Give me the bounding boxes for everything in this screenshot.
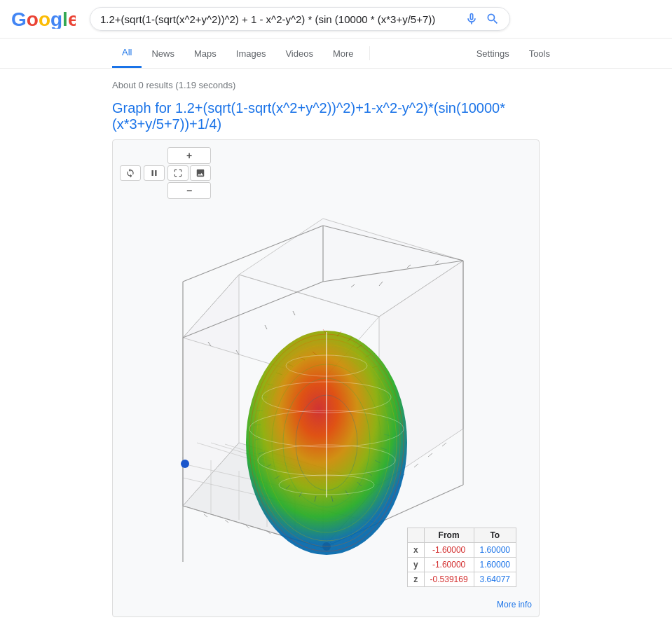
range-row-z: z -0.539169 3.64077 (407, 572, 516, 587)
range-col-label (407, 528, 424, 543)
graph-heading-prefix: Graph for (112, 100, 175, 116)
svg-line-19 (225, 520, 228, 523)
search-bar (90, 7, 510, 31)
zoom-in-button[interactable]: + (167, 147, 211, 164)
nav-item-images[interactable]: Images (226, 40, 276, 67)
search-input[interactable] (100, 13, 465, 25)
graph-controls: + − (120, 147, 532, 199)
range-col-from: From (424, 528, 474, 543)
nav-item-tools[interactable]: Tools (519, 40, 560, 67)
svg-line-28 (414, 464, 418, 467)
graph-container: + − (112, 139, 540, 617)
nav-item-all[interactable]: All (112, 39, 142, 68)
zoom-controls: + − (167, 147, 211, 199)
microphone-button[interactable] (465, 12, 479, 26)
nav-separator (369, 46, 370, 60)
nav-item-more[interactable]: More (323, 40, 364, 67)
svg-text:Google: Google (11, 8, 76, 29)
results-area: About 0 results (1.19 seconds) Graph for… (0, 69, 672, 620)
nav-item-news[interactable]: News (142, 40, 184, 67)
nav-item-settings[interactable]: Settings (467, 40, 519, 67)
result-stats: About 0 results (1.19 seconds) (112, 80, 560, 90)
zoom-out-button[interactable]: − (167, 182, 211, 199)
search-icons (465, 12, 500, 26)
svg-line-18 (204, 514, 207, 517)
rotate-button[interactable] (120, 165, 141, 181)
range-row-y: y -1.60000 1.60000 (407, 558, 516, 572)
pause-button[interactable] (144, 165, 165, 181)
fit-button[interactable] (167, 165, 188, 181)
svg-point-50 (181, 460, 189, 468)
header: Google (0, 0, 672, 39)
nav-item-maps[interactable]: Maps (184, 40, 226, 67)
search-button[interactable] (486, 12, 500, 26)
fit-buttons (167, 165, 211, 181)
graph-canvas[interactable]: From To x -1.60000 1.60000 y -1.60000 1.… (120, 205, 526, 597)
google-logo[interactable]: Google (11, 8, 76, 31)
svg-line-30 (442, 443, 446, 446)
nav-item-videos[interactable]: Videos (275, 40, 323, 67)
range-col-to: To (474, 528, 516, 543)
screenshot-button[interactable] (190, 165, 211, 181)
graph-heading: Graph for 1.2+(sqrt(1-sqrt(x^2+y^2))^2)+… (112, 100, 560, 132)
range-table: From To x -1.60000 1.60000 y -1.60000 1.… (407, 528, 516, 587)
range-row-x: x -1.60000 1.60000 (407, 543, 516, 558)
svg-line-29 (428, 453, 432, 457)
more-info-link[interactable]: More info (120, 600, 532, 609)
navigation: All News Maps Images Videos More Setting… (0, 39, 672, 69)
